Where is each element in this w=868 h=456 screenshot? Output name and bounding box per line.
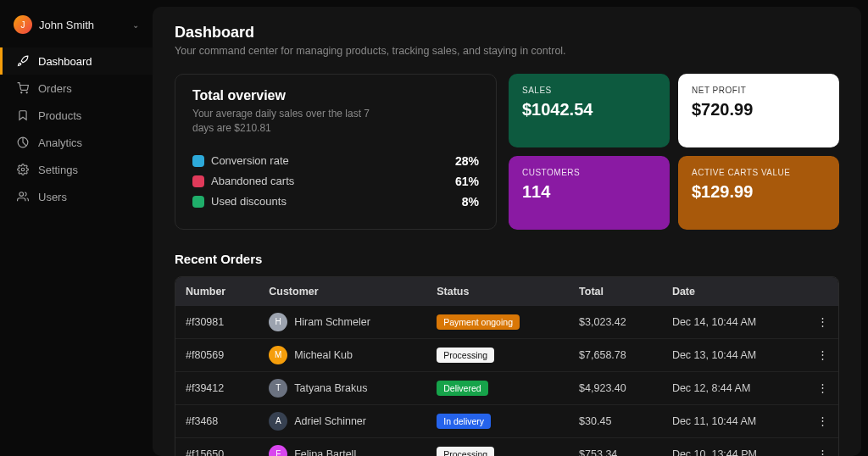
sidebar-item-label: Users xyxy=(38,191,67,203)
metric-value: 8% xyxy=(462,195,479,209)
order-date: Dec 11, 10:44 AM xyxy=(662,404,807,437)
customer-avatar: M xyxy=(269,346,287,364)
column-header[interactable]: Number xyxy=(175,277,259,306)
table-row[interactable]: #f39412TTatyana BrakusDelivered$4,923.40… xyxy=(175,371,838,404)
card-label: CUSTOMERS xyxy=(522,168,656,177)
metric-color-dot xyxy=(192,155,204,167)
status-badge: Payment ongoing xyxy=(437,314,520,330)
row-actions-button[interactable]: ⋮ xyxy=(807,371,838,404)
order-total: $753.34 xyxy=(569,437,662,456)
overview-panel: Total overview Your average daily sales … xyxy=(175,74,497,230)
chart-icon xyxy=(16,136,30,149)
order-date: Dec 14, 10:44 AM xyxy=(662,306,807,339)
card-label: NET PROFIT xyxy=(692,86,826,95)
customer-name: Micheal Kub xyxy=(294,349,353,361)
sidebar-item-dashboard[interactable]: Dashboard xyxy=(0,47,153,75)
order-date: Dec 12, 8:44 AM xyxy=(662,371,807,404)
order-number: #f30981 xyxy=(175,306,259,339)
card-active-carts[interactable]: ACTIVE CARTS VALUE $129.99 xyxy=(678,156,839,230)
primary-nav: DashboardOrdersProductsAnalyticsSettings… xyxy=(0,47,153,210)
user-name: John Smith xyxy=(39,19,125,31)
metric-label: Used discounts xyxy=(211,195,455,208)
sidebar-item-label: Products xyxy=(38,109,81,122)
sidebar-item-label: Analytics xyxy=(38,136,82,149)
svg-point-3 xyxy=(21,168,25,171)
table-row[interactable]: #f80569MMicheal KubProcessing$7,658.78De… xyxy=(175,338,838,371)
metric-value: 28% xyxy=(455,154,479,168)
order-total: $4,923.40 xyxy=(569,371,662,404)
order-total: $7,658.78 xyxy=(569,338,662,371)
card-label: SALES xyxy=(522,86,656,95)
table-row[interactable]: #f30981HHiram SchmelerPayment ongoing$3,… xyxy=(175,306,838,339)
customer-cell: FFelipa Bartell xyxy=(269,445,416,456)
user-avatar: J xyxy=(14,15,32,34)
customer-name: Hiram Schmeler xyxy=(294,316,370,328)
customer-avatar: F xyxy=(269,445,287,456)
page-subtitle: Your command center for managing product… xyxy=(175,45,839,57)
gear-icon xyxy=(16,163,30,176)
page-title: Dashboard xyxy=(175,24,839,42)
customer-name: Adriel Schinner xyxy=(294,415,366,427)
chevron-down-icon: ⌄ xyxy=(132,20,139,30)
status-badge: Processing xyxy=(437,348,494,363)
cart-icon xyxy=(16,81,30,95)
status-badge: Processing xyxy=(437,447,494,456)
column-header[interactable]: Status xyxy=(426,277,569,306)
customer-cell: TTatyana Brakus xyxy=(269,379,416,398)
column-header-actions xyxy=(807,277,838,306)
stat-cards: SALES $1042.54 NET PROFIT $720.99 CUSTOM… xyxy=(509,74,839,230)
orders-table-wrap: NumberCustomerStatusTotalDate #f30981HHi… xyxy=(175,276,839,456)
column-header[interactable]: Date xyxy=(662,277,807,306)
row-actions-button[interactable]: ⋮ xyxy=(807,338,838,371)
order-number: #f3468 xyxy=(175,404,259,437)
svg-point-0 xyxy=(21,92,22,93)
card-net-profit[interactable]: NET PROFIT $720.99 xyxy=(678,74,839,147)
customer-cell: AAdriel Schinner xyxy=(269,412,416,431)
row-actions-button[interactable]: ⋮ xyxy=(807,404,838,437)
users-icon xyxy=(16,190,30,203)
sidebar-item-products[interactable]: Products xyxy=(0,102,153,129)
sidebar-item-analytics[interactable]: Analytics xyxy=(0,129,153,156)
order-date: Dec 10, 13:44 PM xyxy=(662,437,807,456)
metric-color-dot xyxy=(192,196,204,208)
sidebar-item-orders[interactable]: Orders xyxy=(0,75,153,102)
customer-name: Felipa Bartell xyxy=(294,448,356,456)
orders-table: NumberCustomerStatusTotalDate #f30981HHi… xyxy=(175,277,838,456)
sidebar-item-label: Settings xyxy=(38,164,78,176)
order-number: #f80569 xyxy=(175,338,259,371)
order-number: #f15650 xyxy=(175,437,259,456)
sidebar-item-users[interactable]: Users xyxy=(0,183,153,210)
order-date: Dec 13, 10:44 AM xyxy=(662,338,807,371)
recent-orders-title: Recent Orders xyxy=(175,252,839,266)
table-row[interactable]: #f15650FFelipa BartellProcessing$753.34D… xyxy=(175,437,838,456)
card-sales[interactable]: SALES $1042.54 xyxy=(509,74,670,147)
column-header[interactable]: Total xyxy=(569,277,662,306)
customer-cell: HHiram Schmeler xyxy=(269,313,416,331)
overview-title: Total overview xyxy=(192,88,479,103)
row-actions-button[interactable]: ⋮ xyxy=(807,306,838,339)
metric-label: Conversion rate xyxy=(211,154,448,167)
sidebar-item-settings[interactable]: Settings xyxy=(0,156,153,183)
card-value: $1042.54 xyxy=(522,100,656,120)
row-actions-button[interactable]: ⋮ xyxy=(807,437,838,456)
bookmark-icon xyxy=(16,108,30,122)
customer-avatar: T xyxy=(269,379,287,398)
sidebar: J John Smith ⌄ DashboardOrdersProductsAn… xyxy=(0,0,153,456)
customer-avatar: A xyxy=(269,412,287,431)
metric-value: 61% xyxy=(455,175,479,188)
customer-cell: MMicheal Kub xyxy=(269,346,416,364)
column-header[interactable]: Customer xyxy=(259,277,426,306)
svg-point-4 xyxy=(19,192,24,197)
main-content: Dashboard Your command center for managi… xyxy=(153,7,861,456)
svg-point-1 xyxy=(26,92,27,93)
metric-label: Abandoned carts xyxy=(211,175,448,187)
status-badge: Delivered xyxy=(437,381,487,396)
status-badge: In delivery xyxy=(437,414,491,429)
overview-metric-row: Used discounts8% xyxy=(192,195,479,209)
card-value: $720.99 xyxy=(692,100,826,120)
user-menu[interactable]: J John Smith ⌄ xyxy=(0,10,153,47)
card-customers[interactable]: CUSTOMERS 114 xyxy=(509,156,670,230)
order-total: $3,023.42 xyxy=(569,306,662,339)
table-row[interactable]: #f3468AAdriel SchinnerIn delivery$30.45D… xyxy=(175,404,838,437)
sidebar-item-label: Dashboard xyxy=(38,55,92,68)
